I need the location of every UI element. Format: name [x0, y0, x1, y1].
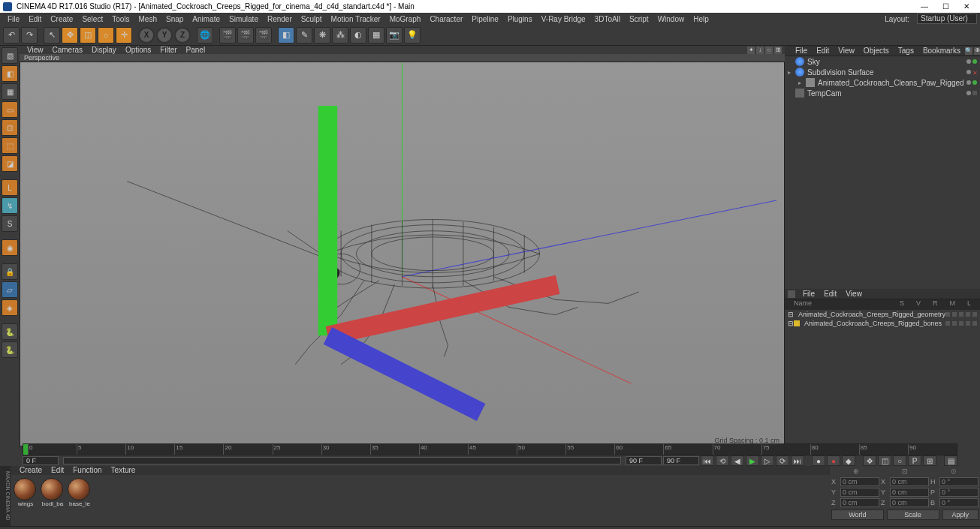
- end-frame-input[interactable]: 90 F: [663, 456, 699, 465]
- material-body[interactable]: bodi_ba: [41, 478, 65, 507]
- next-frame-button[interactable]: ▷: [761, 455, 774, 466]
- coord-system-button[interactable]: 🌐: [197, 27, 213, 44]
- mat-menu-texture[interactable]: Texture: [107, 466, 140, 475]
- menu-tools[interactable]: Tools: [107, 15, 134, 23]
- vp-nav-icon-1[interactable]: ✦: [747, 47, 755, 54]
- attr-menu-edit[interactable]: Edit: [819, 290, 841, 298]
- key-param-button[interactable]: P: [908, 455, 921, 466]
- environment-button[interactable]: ▦: [368, 27, 384, 44]
- timeline-ruler[interactable]: 0 5 10 15 20 25 30 35 40 45 50 55 60 65 …: [23, 443, 957, 455]
- size-y-input[interactable]: 0 cm: [890, 488, 929, 497]
- vp-menu-panel[interactable]: Panel: [182, 46, 210, 54]
- locked-workplane[interactable]: 🔒: [2, 263, 18, 280]
- tree-item-cockroach[interactable]: ▸ Animated_Cockroach_Cleans_Paw_Rigged: [785, 77, 980, 88]
- rot-h-input[interactable]: 0 °: [939, 477, 978, 486]
- render-settings-button[interactable]: 🎬: [255, 27, 272, 44]
- menu-file[interactable]: File: [3, 15, 24, 23]
- move-tool[interactable]: ✥: [62, 27, 78, 44]
- cube-primitive[interactable]: ◧: [278, 27, 294, 44]
- obj-eye-icon[interactable]: 👁: [974, 47, 980, 55]
- obj-menu-tags[interactable]: Tags: [894, 47, 918, 55]
- key-pos-button[interactable]: ✥: [863, 455, 876, 466]
- menu-edit[interactable]: Edit: [24, 15, 46, 23]
- current-frame-input[interactable]: 90 F: [626, 456, 662, 465]
- menu-sculpt[interactable]: Sculpt: [297, 15, 327, 23]
- minimize-button[interactable]: —: [914, 0, 935, 13]
- take-row-geometry[interactable]: ⊟ Animated_Cockroach_Creeps_Rigged_geome…: [785, 310, 980, 319]
- menu-plugins[interactable]: Plugins: [503, 15, 537, 23]
- dopesheet-button[interactable]: ▤: [944, 455, 957, 466]
- take-row-bones[interactable]: ⊟ Animated_Cockroach_Creeps_Rigged_bones: [785, 319, 980, 328]
- z-axis-lock[interactable]: Z: [174, 27, 191, 44]
- vp-menu-options[interactable]: Options: [121, 46, 155, 54]
- scale-tool[interactable]: ◫: [80, 27, 96, 44]
- array-button[interactable]: ⁂: [332, 27, 348, 44]
- materials-list[interactable]: wings bodi_ba base_le: [11, 475, 830, 510]
- vp-menu-filter[interactable]: Filter: [155, 46, 181, 54]
- menu-mograph[interactable]: MoGraph: [385, 15, 426, 23]
- make-editable-button[interactable]: ▨: [2, 47, 18, 64]
- redo-button[interactable]: ↷: [21, 27, 38, 44]
- pos-y-input[interactable]: 0 cm: [840, 488, 879, 497]
- rotate-tool[interactable]: ○: [98, 27, 114, 44]
- vp-nav-icon-3[interactable]: ○: [765, 47, 773, 54]
- render-view-button[interactable]: 🎬: [219, 27, 236, 44]
- menu-create[interactable]: Create: [46, 15, 77, 23]
- mat-menu-edit[interactable]: Edit: [47, 466, 68, 475]
- key-scale-button[interactable]: ◫: [878, 455, 891, 466]
- size-x-input[interactable]: 0 cm: [890, 477, 929, 486]
- menu-window[interactable]: Window: [653, 15, 689, 23]
- goto-end-button[interactable]: ⏭: [791, 455, 804, 466]
- axis-mode[interactable]: L: [2, 179, 18, 196]
- obj-menu-edit[interactable]: Edit: [812, 47, 834, 55]
- material-wings[interactable]: wings: [14, 478, 38, 507]
- record-button[interactable]: ●: [812, 455, 825, 466]
- rot-p-input[interactable]: 0 °: [939, 488, 978, 497]
- y-axis-lock[interactable]: Y: [156, 27, 173, 44]
- maximize-button[interactable]: ☐: [935, 0, 956, 13]
- prev-frame-button[interactable]: ◀: [731, 455, 744, 466]
- menu-help[interactable]: Help: [689, 15, 713, 23]
- menu-animate[interactable]: Animate: [188, 15, 225, 23]
- obj-menu-view[interactable]: View: [834, 47, 859, 55]
- model-mode[interactable]: ◧: [2, 65, 18, 82]
- obj-search-icon[interactable]: 🔍: [965, 47, 972, 55]
- planar-workplane[interactable]: ▱: [2, 281, 18, 298]
- python-button[interactable]: 🐍: [2, 323, 18, 340]
- workplane-mode[interactable]: ▭: [2, 101, 18, 118]
- menu-snap[interactable]: Snap: [161, 15, 188, 23]
- keyframe-sel-button[interactable]: ◆: [842, 455, 855, 466]
- vp-menu-display[interactable]: Display: [87, 46, 121, 54]
- vp-menu-cameras[interactable]: Cameras: [48, 46, 88, 54]
- menu-script[interactable]: Script: [625, 15, 653, 23]
- goto-start-button[interactable]: ⏮: [701, 455, 714, 466]
- python-button-2[interactable]: 🐍: [2, 341, 18, 358]
- timeline-scrubber[interactable]: [63, 457, 621, 464]
- expand-icon[interactable]: ▸: [798, 80, 804, 86]
- tree-item-subdiv[interactable]: ▸ Subdivision Surface ✕: [785, 67, 980, 77]
- material-base[interactable]: base_le: [68, 478, 92, 507]
- size-z-input[interactable]: 0 cm: [890, 498, 929, 507]
- mat-menu-function[interactable]: Function: [68, 466, 106, 475]
- interactive-workplane[interactable]: ◈: [2, 299, 18, 316]
- render-picture-button[interactable]: 🎬: [237, 27, 254, 44]
- vp-nav-icon-4[interactable]: ⊞: [774, 47, 782, 54]
- tweak-mode[interactable]: ↯: [2, 197, 18, 214]
- key-pla-button[interactable]: ⊞: [923, 455, 936, 466]
- pen-tool[interactable]: ✎: [296, 27, 312, 44]
- deformer-button[interactable]: ◐: [350, 27, 366, 44]
- subdivision-button[interactable]: ❋: [314, 27, 330, 44]
- obj-menu-bookmarks[interactable]: Bookmarks: [918, 47, 965, 55]
- start-frame-input[interactable]: 0 F: [23, 456, 59, 465]
- tree-item-sky[interactable]: Sky: [785, 56, 980, 67]
- layout-dropdown[interactable]: Startup (User): [917, 14, 977, 24]
- vp-nav-icon-2[interactable]: ↓: [756, 47, 764, 54]
- light-button[interactable]: 💡: [404, 27, 421, 44]
- next-key-button[interactable]: ⟳: [776, 455, 789, 466]
- pos-z-input[interactable]: 0 cm: [840, 498, 879, 507]
- attr-menu-view[interactable]: View: [841, 290, 867, 298]
- menu-3dtoall[interactable]: 3DToAll: [590, 15, 625, 23]
- point-mode[interactable]: ⊡: [2, 119, 18, 136]
- attr-menu-file[interactable]: File: [798, 290, 819, 298]
- autokey-button[interactable]: ●: [827, 455, 840, 466]
